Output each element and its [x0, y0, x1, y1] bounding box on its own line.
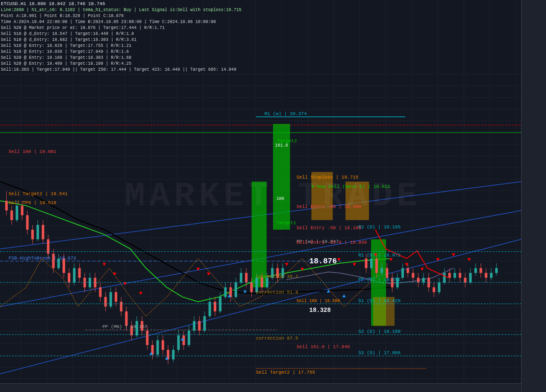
chart-container: MARKET TRADE ETCUSD.H1 18.806 18.842 18.…	[0, 0, 546, 392]
watermark: MARKET TRADE	[125, 177, 421, 216]
time-axis	[0, 383, 521, 392]
price-scale	[521, 0, 546, 392]
